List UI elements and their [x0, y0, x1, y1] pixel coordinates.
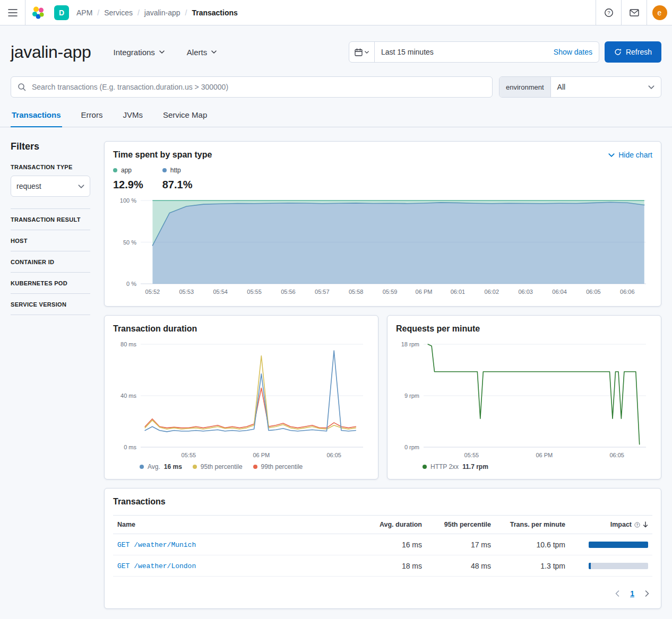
show-dates-link[interactable]: Show dates: [554, 48, 592, 56]
breadcrumb-apm[interactable]: APM: [76, 8, 92, 17]
time-range-button[interactable]: Last 15 minutes Show dates: [375, 42, 599, 62]
search-icon: [18, 83, 26, 91]
tab-service-map[interactable]: Service Map: [162, 110, 208, 127]
tab-jvms[interactable]: JVMs: [122, 110, 144, 127]
p95-value: 48 ms: [426, 556, 495, 576]
tab-bar: Transactions Errors JVMs Service Map: [0, 110, 672, 127]
help-icon: ?: [604, 8, 614, 18]
calendar-button[interactable]: [349, 42, 375, 62]
svg-text:0 rpm: 0 rpm: [404, 444, 419, 450]
help-button[interactable]: ?: [596, 0, 621, 25]
next-page-button[interactable]: [645, 590, 649, 597]
user-menu-button[interactable]: e: [647, 0, 672, 25]
svg-text:05:55: 05:55: [464, 452, 479, 458]
envelope-icon: [630, 9, 639, 16]
hamburger-icon: [8, 9, 18, 16]
breadcrumb-service-name[interactable]: javalin-app: [144, 8, 180, 17]
svg-text:05:55: 05:55: [247, 289, 262, 295]
svg-text:05:57: 05:57: [315, 289, 330, 295]
breadcrumb-separator: /: [137, 8, 140, 17]
requests-per-minute-chart[interactable]: 18 rpm9 rpm0 rpm05:5506 PM06:05: [396, 338, 652, 461]
main-panel: Time spent by span type Hide chart app 1…: [104, 141, 661, 609]
legend-item-p99[interactable]: 99th percentile: [253, 463, 303, 470]
column-header-avg-duration[interactable]: Avg. duration: [363, 516, 426, 534]
column-header-name[interactable]: Name: [113, 516, 363, 534]
column-header-95th-percentile[interactable]: 95th percentile: [426, 516, 495, 534]
alerts-label: Alerts: [187, 48, 207, 57]
legend-item-http[interactable]: http: [162, 167, 193, 174]
legend-item-http2xx[interactable]: HTTP 2xx 11.7 rpm: [423, 463, 488, 470]
transaction-link-munich[interactable]: GET /weather/Munich: [117, 541, 196, 549]
page-title: javalin-app: [11, 42, 91, 62]
svg-text:06:05: 06:05: [586, 289, 601, 295]
svg-text:06 PM: 06 PM: [536, 452, 553, 458]
svg-text:05:59: 05:59: [383, 289, 398, 295]
impact-bar-fill: [589, 542, 648, 548]
hide-chart-link[interactable]: Hide chart: [608, 151, 652, 159]
transactions-card: Transactions Name Avg. duration 95th per…: [104, 488, 661, 609]
breadcrumb-services[interactable]: Services: [104, 8, 133, 17]
span-type-card: Time spent by span type Hide chart app 1…: [104, 141, 661, 307]
svg-text:06 PM: 06 PM: [416, 289, 433, 295]
environment-select[interactable]: All: [551, 77, 661, 97]
transaction-type-select[interactable]: request: [11, 176, 90, 197]
column-header-impact[interactable]: Impact ?: [570, 516, 652, 534]
svg-text:9 rpm: 9 rpm: [404, 393, 419, 399]
pagination: 1: [113, 589, 652, 600]
transactions-table-header: Name Avg. duration 95th percentile Trans…: [113, 515, 652, 534]
app-legend-dot-icon: [113, 168, 117, 172]
svg-text:06:05: 06:05: [326, 452, 341, 458]
space-switcher[interactable]: D: [54, 5, 69, 20]
http2xx-legend-label: HTTP 2xx: [430, 463, 459, 470]
transaction-duration-chart[interactable]: 80 ms40 ms0 ms05:5506 PM06:05: [113, 338, 369, 461]
integrations-menu[interactable]: Integrations: [113, 48, 164, 57]
tab-transactions[interactable]: Transactions: [11, 110, 62, 127]
impact-bar-fill: [589, 563, 591, 569]
chevron-down-icon: [159, 50, 165, 54]
transaction-duration-card: Transaction duration 80 ms40 ms0 ms05:55…: [104, 315, 378, 479]
svg-text:40 ms: 40 ms: [120, 393, 136, 399]
svg-text:05:53: 05:53: [179, 289, 194, 295]
svg-text:06:05: 06:05: [609, 452, 624, 458]
legend-item-app[interactable]: app: [113, 167, 143, 174]
avg-duration-value: 18 ms: [363, 556, 426, 576]
newsfeed-button[interactable]: [621, 0, 647, 25]
transactions-card-title: Transactions: [113, 497, 652, 507]
charts-row: Transaction duration 80 ms40 ms0 ms05:55…: [104, 315, 661, 479]
tab-errors[interactable]: Errors: [80, 110, 104, 127]
chevron-down-icon: [211, 50, 217, 54]
filter-section-container-id[interactable]: CONTAINER ID: [11, 251, 90, 273]
filter-section-service-version[interactable]: SERVICE VERSION: [11, 294, 90, 315]
refresh-button[interactable]: Refresh: [605, 41, 661, 63]
date-picker: Last 15 minutes Show dates: [349, 41, 599, 63]
filter-section-transaction-result[interactable]: TRANSACTION RESULT: [11, 209, 90, 230]
transactions-table: Name Avg. duration 95th percentile Trans…: [113, 515, 652, 577]
transaction-duration-legend: Avg. 16 ms 95th percentile 99th percenti…: [140, 463, 369, 470]
p95-legend-dot-icon: [193, 465, 197, 469]
impact-header-label: Impact: [610, 521, 632, 528]
transaction-link-london[interactable]: GET /weather/London: [117, 562, 196, 570]
filter-section-kubernetes-pod[interactable]: KUBERNETES POD: [11, 273, 90, 294]
impact-cell: [570, 557, 652, 575]
legend-item-avg[interactable]: Avg. 16 ms: [140, 463, 182, 470]
avatar: e: [652, 5, 667, 20]
menu-button[interactable]: [0, 0, 25, 25]
chevron-right-icon: [645, 590, 649, 597]
page-number-1[interactable]: 1: [630, 589, 634, 598]
http-legend-label: http: [170, 167, 181, 174]
previous-page-button[interactable]: [615, 590, 619, 597]
filter-section-host[interactable]: HOST: [11, 230, 90, 251]
svg-text:0 %: 0 %: [126, 281, 136, 287]
search-input[interactable]: [31, 82, 486, 92]
elastic-logo[interactable]: [25, 0, 51, 25]
hide-chart-label: Hide chart: [618, 151, 652, 159]
span-type-chart[interactable]: 100 %50 %0 %05:5205:5305:5405:5505:5605:…: [113, 194, 652, 298]
legend-item-p95[interactable]: 95th percentile: [193, 463, 243, 470]
alerts-menu[interactable]: Alerts: [187, 48, 217, 57]
column-header-trans-per-minute[interactable]: Trans. per minute: [495, 516, 570, 534]
svg-text:05:54: 05:54: [213, 289, 228, 295]
transaction-type-label: TRANSACTION TYPE: [11, 164, 90, 170]
page-header: javalin-app Integrations Alerts Last 15 …: [0, 25, 672, 63]
avg-legend-label: Avg.: [148, 463, 160, 470]
legend-col-http: http 87.1%: [162, 167, 193, 191]
